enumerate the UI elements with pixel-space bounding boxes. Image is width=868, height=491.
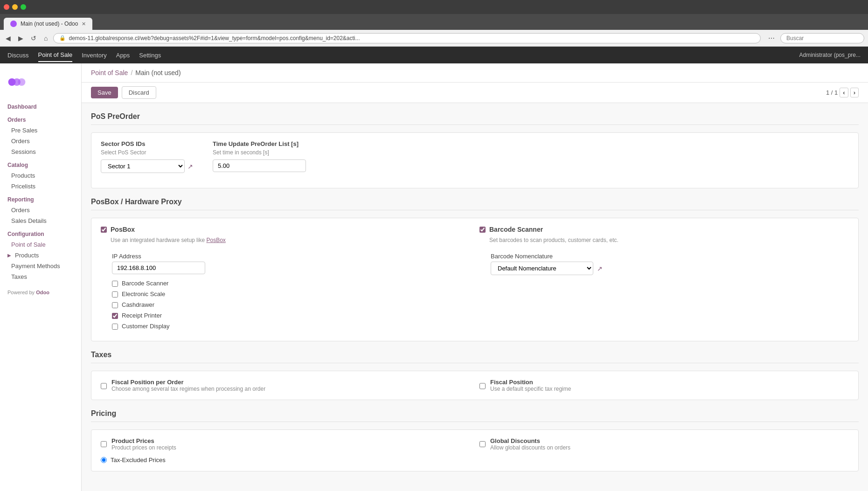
minimize-window-btn[interactable] (12, 4, 18, 10)
global-discounts-hint: Allow global discounts on orders (490, 444, 570, 451)
barcode-main-row: Barcode Scanner Set barcodes to scan pro… (479, 226, 849, 249)
posbox-checkbox[interactable] (101, 227, 107, 233)
tab-bar: Main (not used) - Odoo ✕ (0, 14, 868, 30)
form-body: PoS PreOrder Sector POS IDs Select PoS S… (82, 103, 868, 490)
nav-settings[interactable]: Settings (139, 49, 161, 62)
save-button[interactable]: Save (91, 87, 118, 98)
ip-address-input[interactable] (112, 262, 205, 274)
sidebar-orders-label: Orders (0, 112, 81, 125)
main-layout: Dashboard Orders Pre Sales Orders Sessio… (0, 63, 868, 491)
pagination: 1 / 1 ‹ › (826, 88, 859, 97)
back-btn[interactable]: ◀ (4, 34, 13, 43)
fiscal-position-checkbox[interactable] (479, 380, 486, 392)
fiscal-position-per-order-item: Fiscal Position per Order Choose among s… (101, 379, 470, 392)
taxes-section-title: Taxes (91, 351, 859, 363)
product-prices-label: Product Prices (111, 437, 176, 444)
odoo-logo-icon (7, 73, 26, 91)
sidebar-section-orders: Orders Pre Sales Orders Sessions (0, 112, 81, 157)
receipt-printer-label: Receipt Printer (122, 312, 162, 319)
sidebar-item-payment-methods[interactable]: Payment Methods (0, 261, 81, 271)
nav-discuss[interactable]: Discuss (7, 49, 29, 62)
reload-btn[interactable]: ↺ (29, 34, 38, 43)
preorder-card: Sector POS IDs Select PoS Sector Sector … (91, 132, 859, 188)
posbox-link[interactable]: PosBox (206, 237, 225, 243)
active-tab[interactable]: Main (not used) - Odoo ✕ (4, 18, 92, 30)
home-btn[interactable]: ⌂ (42, 34, 49, 43)
cashdrawer-checkbox[interactable] (112, 302, 118, 308)
sidebar-configuration-label: Configuration (0, 226, 81, 239)
fiscal-position-hint: Use a default specific tax regime (490, 386, 571, 392)
next-page-btn[interactable]: › (850, 88, 859, 97)
sidebar-item-pre-sales[interactable]: Pre Sales (0, 125, 81, 136)
maximize-window-btn[interactable] (21, 4, 26, 10)
cashdrawer-row: Cashdrawer (112, 301, 470, 308)
barcode-main-checkbox[interactable] (479, 227, 486, 233)
sidebar-powered: Powered by Odoo (0, 282, 81, 303)
prev-page-btn[interactable]: ‹ (840, 88, 848, 97)
product-prices-hint: Product prices on receipts (111, 444, 176, 451)
sidebar-item-sessions[interactable]: Sessions (0, 146, 81, 157)
preorder-fields-row: Sector POS IDs Select PoS Sector Sector … (101, 140, 849, 173)
sector-external-link[interactable]: ↗ (187, 163, 193, 170)
sidebar-dashboard-label[interactable]: Dashboard (0, 99, 81, 112)
browser-search-input[interactable] (780, 33, 864, 43)
global-discounts-checkbox[interactable] (479, 437, 486, 451)
tax-excluded-radio[interactable] (101, 457, 107, 463)
breadcrumb-separator: / (131, 69, 132, 76)
receipt-printer-checkbox[interactable] (112, 313, 118, 319)
tab-title: Main (not used) - Odoo (21, 21, 78, 27)
sidebar-item-pricelists[interactable]: Pricelists (0, 181, 81, 192)
electronic-scale-checkbox[interactable] (112, 291, 118, 297)
sidebar-item-products[interactable]: Products (0, 170, 81, 181)
fiscal-position-per-order-label: Fiscal Position per Order (111, 379, 265, 386)
user-menu[interactable]: Administrator (pos_pre... (799, 52, 861, 58)
sidebar-item-sales-details[interactable]: Sales Details (0, 215, 81, 226)
barcode-nomenclature-select[interactable]: Default Nomenclature (491, 262, 593, 275)
sidebar-section-reporting: Reporting Orders Sales Details (0, 192, 81, 226)
sidebar-item-taxes[interactable]: Taxes (0, 271, 81, 282)
sidebar-item-reporting-orders[interactable]: Orders (0, 205, 81, 215)
menu-btn[interactable]: ⋯ (766, 34, 777, 43)
sector-pos-ids-select[interactable]: Sector 1 Sector 2 (101, 159, 185, 173)
breadcrumb: Point of Sale / Main (not used) (82, 63, 868, 83)
tab-close-btn[interactable]: ✕ (82, 21, 86, 27)
nav-apps[interactable]: Apps (116, 49, 130, 62)
customer-display-row: Customer Display (112, 323, 470, 330)
ip-label: IP Address (112, 253, 470, 260)
tax-excluded-row: Tax-Excluded Prices (101, 456, 849, 463)
sector-pos-ids-hint: Select PoS Sector (101, 149, 194, 156)
barcode-scanner-checkbox[interactable] (112, 281, 118, 287)
customer-display-checkbox[interactable] (112, 324, 118, 330)
sidebar-item-config-products[interactable]: Products (13, 250, 46, 261)
taxes-card: Fiscal Position per Order Choose among s… (91, 371, 859, 400)
pricing-grid: Product Prices Product prices on receipt… (101, 437, 849, 451)
address-bar: ◀ ▶ ↺ ⌂ 🔒 demos-11.globalresponse.cl/web… (0, 30, 868, 47)
discard-button[interactable]: Discard (122, 86, 156, 99)
close-window-btn[interactable] (4, 4, 9, 10)
nomenclature-external-link[interactable]: ↗ (597, 265, 603, 272)
sidebar-section-dashboard: Dashboard (0, 99, 81, 112)
sidebar-item-orders[interactable]: Orders (0, 136, 81, 146)
sidebar-section-catalog: Catalog Products Pricelists (0, 157, 81, 192)
barcode-content: Barcode Scanner Set barcodes to scan pro… (489, 226, 618, 249)
pricing-card: Product Prices Product prices on receipt… (91, 429, 859, 471)
fiscal-position-per-order-checkbox[interactable] (101, 380, 107, 392)
barcode-nomenclature-row: Barcode Nomenclature Default Nomenclatur… (491, 253, 849, 275)
taxes-grid: Fiscal Position per Order Choose among s… (101, 379, 849, 392)
breadcrumb-parent[interactable]: Point of Sale (91, 69, 128, 76)
barcode-nomenclature-label: Barcode Nomenclature (491, 253, 849, 260)
fiscal-position-content: Fiscal Position Use a default specific t… (490, 379, 571, 392)
barcode-select-row: Default Nomenclature ↗ (491, 262, 849, 275)
posbox-left-col: PosBox Use an integrated hardware setup … (101, 226, 470, 333)
sidebar-item-point-of-sale[interactable]: Point of Sale (0, 239, 81, 250)
nav-inventory[interactable]: Inventory (82, 49, 106, 62)
nav-point-of-sale[interactable]: Point of Sale (38, 48, 73, 62)
url-text: demos-11.globalresponse.cl/web?debug=ass… (69, 35, 360, 41)
sidebar-catalog-label: Catalog (0, 157, 81, 170)
url-bar[interactable]: 🔒 demos-11.globalresponse.cl/web?debug=a… (53, 33, 761, 43)
forward-btn[interactable]: ▶ (16, 34, 25, 43)
global-discounts-content: Global Discounts Allow global discounts … (490, 437, 570, 451)
product-prices-checkbox[interactable] (101, 437, 107, 451)
time-update-input[interactable] (213, 159, 306, 172)
pagination-text: 1 / 1 (826, 89, 838, 96)
